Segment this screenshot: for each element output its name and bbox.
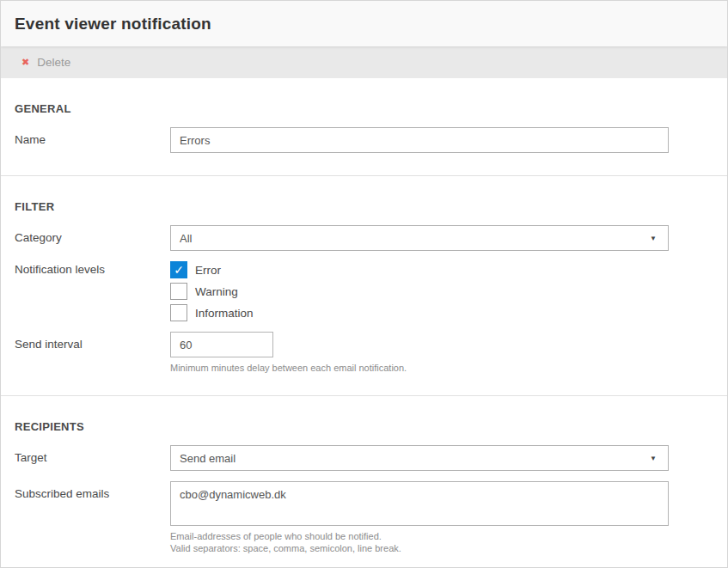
warning-checkbox-label: Warning (195, 285, 238, 298)
notification-levels-list: ✓ Error ✓ Warning ✓ Information (170, 261, 254, 321)
notification-levels-label: Notification levels (15, 261, 170, 277)
name-label: Name (15, 127, 170, 147)
send-interval-label: Send interval (15, 332, 170, 351)
chevron-down-icon: ▼ (650, 235, 657, 242)
subscribed-emails-textarea[interactable]: cbo@dynamicweb.dk (170, 481, 669, 526)
toolbar: ✖ Delete (1, 46, 727, 78)
name-input[interactable] (170, 127, 669, 153)
subscribed-emails-help: Email-addresses of people who should be … (170, 530, 669, 554)
event-viewer-notification-page: Event viewer notification ✖ Delete GENER… (0, 0, 728, 568)
page-title: Event viewer notification (15, 15, 211, 34)
section-recipients: RECIPIENTS Target Send email ▼ Subscribe… (1, 396, 727, 568)
delete-button-label: Delete (37, 56, 70, 69)
send-interval-input[interactable] (170, 332, 273, 357)
section-filter: FILTER Category All ▼ Notification level… (1, 176, 727, 396)
subscribed-emails-label: Subscribed emails (15, 481, 170, 501)
category-select-value: All (180, 232, 192, 245)
delete-x-icon: ✖ (21, 58, 29, 67)
chevron-down-icon: ▼ (650, 455, 657, 462)
category-row: Category All ▼ (15, 225, 713, 251)
checkbox-row-warning[interactable]: ✓ Warning (170, 283, 254, 300)
delete-button[interactable]: ✖ Delete (15, 56, 74, 69)
check-icon: ✓ (174, 264, 184, 276)
target-select[interactable]: Send email ▼ (170, 445, 669, 471)
error-checkbox[interactable]: ✓ (170, 261, 187, 278)
category-label: Category (15, 225, 170, 245)
section-general-heading: GENERAL (15, 102, 713, 116)
send-interval-help: Minimum minutes delay between each email… (170, 362, 407, 374)
target-select-value: Send email (180, 452, 236, 465)
page-header: Event viewer notification (1, 1, 727, 46)
checkbox-row-information[interactable]: ✓ Information (170, 304, 254, 321)
information-checkbox[interactable]: ✓ (170, 304, 187, 321)
checkbox-row-error[interactable]: ✓ Error (170, 261, 254, 278)
name-row: Name (15, 127, 713, 153)
subscribed-emails-row: Subscribed emails cbo@dynamicweb.dk Emai… (15, 481, 713, 554)
error-checkbox-label: Error (195, 264, 221, 277)
section-recipients-heading: RECIPIENTS (15, 420, 713, 434)
send-interval-row: Send interval Minimum minutes delay betw… (15, 332, 713, 374)
information-checkbox-label: Information (195, 307, 254, 320)
warning-checkbox[interactable]: ✓ (170, 283, 187, 300)
target-row: Target Send email ▼ (15, 445, 713, 471)
subscribed-emails-field: cbo@dynamicweb.dk Email-addresses of peo… (170, 481, 669, 554)
notification-levels-row: Notification levels ✓ Error ✓ Warning ✓ … (15, 261, 713, 321)
subscribed-emails-help-line2: Valid separators: space, comma, semicolo… (170, 542, 669, 554)
subscribed-emails-help-line1: Email-addresses of people who should be … (170, 530, 669, 542)
section-general: GENERAL Name (1, 78, 727, 176)
send-interval-field: Minimum minutes delay between each email… (170, 332, 407, 374)
section-filter-heading: FILTER (15, 200, 713, 214)
target-label: Target (15, 445, 170, 465)
category-select[interactable]: All ▼ (170, 225, 669, 251)
